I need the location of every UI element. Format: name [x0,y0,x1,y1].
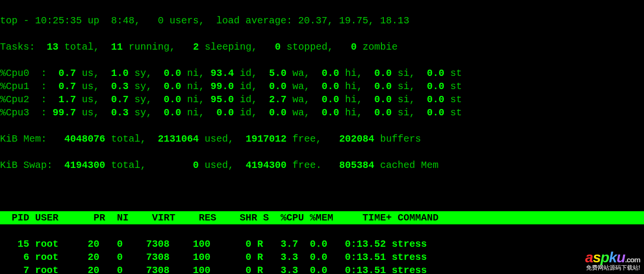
swap-label: KiB Swap: [0,160,53,171]
cpu-line-2: %Cpu2 : 1.7 us, 0.7 sy, 0.0 ni, 95.0 id,… [0,93,644,106]
swap-free: 4194300 [246,160,286,171]
cpu-line-0: %Cpu0 : 0.7 us, 1.0 sy, 0.0 ni, 93.4 id,… [0,67,644,80]
mem-buffers: 202084 [339,133,374,145]
process-row: 7 root 20 0 7308 100 0 R 3.3 0.0 0:13.51… [0,264,644,274]
tasks-line: Tasks: 13 total, 11 running, 2 sleeping,… [0,40,644,54]
cpu-line-3: %Cpu3 : 99.7 us, 0.3 sy, 0.0 ni, 0.0 id,… [0,106,644,119]
tasks-total: 13 [47,41,58,53]
tasks-running: 11 [111,41,123,53]
tasks-sleeping: 2 [193,41,199,53]
process-header: PID USER PR NI VIRT RES SHR S %CPU %MEM … [0,211,644,224]
mem-line: KiB Mem: 4048076 total, 2131064 used, 19… [0,132,644,146]
top-summary-line: top - 10:25:35 up 8:48, 0 users, load av… [0,14,644,27]
swap-used: 0 [193,160,199,171]
swap-line: KiB Swap: 4194300 total, 0 used, 4194300… [0,159,644,172]
tasks-label: Tasks: [0,41,35,53]
process-row: 15 root 20 0 7308 100 0 R 3.7 0.0 0:13.5… [0,237,644,251]
cpu-line-1: %Cpu1 : 0.7 us, 0.3 sy, 0.0 ni, 99.0 id,… [0,80,644,93]
blank-line [0,185,644,198]
watermark: aspku.com 免费网站源码下载站! [585,250,640,271]
mem-free: 1917012 [246,133,286,145]
mem-total: 4048076 [64,133,105,145]
mem-used: 2131064 [158,133,199,145]
mem-label: KiB Mem: [0,133,47,145]
swap-total: 4194300 [64,160,105,171]
watermark-brand: aspku.com [585,250,640,265]
swap-cached: 805384 [339,160,374,171]
process-row: 6 root 20 0 7308 100 0 R 3.3 0.0 0:13.51… [0,251,644,264]
tasks-zombie: 0 [351,41,357,53]
tasks-stopped: 0 [275,41,281,53]
terminal-output[interactable]: top - 10:25:35 up 8:48, 0 users, load av… [0,0,644,274]
watermark-tagline: 免费网站源码下载站! [585,265,640,271]
